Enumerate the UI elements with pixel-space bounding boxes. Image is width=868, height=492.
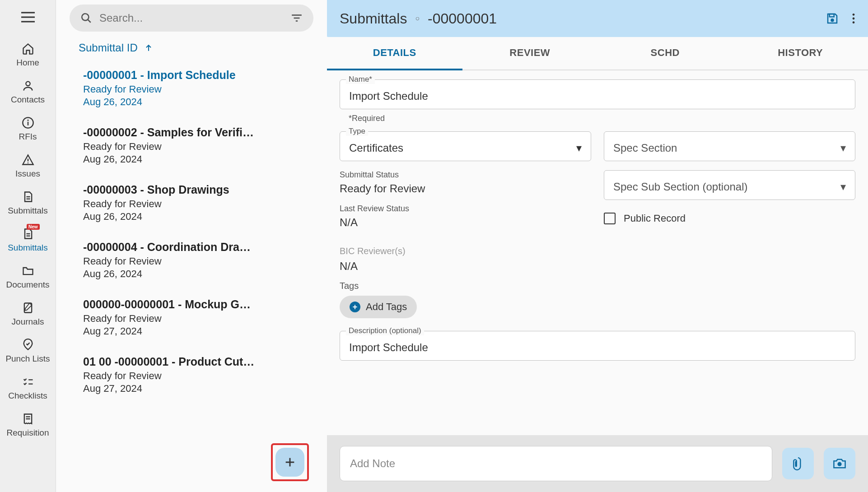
save-button[interactable] bbox=[826, 12, 839, 25]
type-select[interactable]: Certificates ▾ bbox=[340, 131, 591, 161]
search-input[interactable] bbox=[99, 12, 291, 24]
sidebar-item-submittals[interactable]: Submittals bbox=[0, 184, 56, 221]
list-item-date: Aug 27, 2024 bbox=[83, 325, 313, 337]
sidebar-item-journals[interactable]: Journals bbox=[0, 295, 56, 332]
hamburger-icon bbox=[21, 12, 35, 23]
list-item[interactable]: 000000-00000001 - Mockup G… Ready for Re… bbox=[56, 289, 327, 346]
tab-schd[interactable]: SCHD bbox=[597, 37, 733, 70]
new-badge: New bbox=[27, 224, 40, 230]
person-icon bbox=[21, 79, 35, 93]
last-review-label: Last Review Status bbox=[340, 204, 591, 214]
list-item[interactable]: -00000002 - Samples for Verifi… Ready fo… bbox=[56, 117, 327, 174]
receipt-icon bbox=[21, 412, 35, 426]
sidebar: Home Contacts RFIs Issues Submittals New… bbox=[0, 0, 56, 492]
name-field[interactable]: Import Schedule bbox=[340, 79, 855, 109]
sidebar-item-requisition[interactable]: Requisition bbox=[0, 406, 56, 443]
public-record-label: Public Record bbox=[624, 213, 686, 224]
sidebar-item-checklists[interactable]: Checklists bbox=[0, 369, 56, 406]
search-bar bbox=[70, 5, 313, 32]
list-item[interactable]: -00000003 - Shop Drawings Ready for Revi… bbox=[56, 174, 327, 232]
header-id: -00000001 bbox=[428, 10, 497, 27]
filter-icon[interactable] bbox=[291, 14, 303, 23]
more-vertical-icon bbox=[852, 13, 855, 24]
sidebar-item-rfis[interactable]: RFIs bbox=[0, 110, 56, 147]
svg-point-0 bbox=[26, 82, 30, 86]
submittal-list: -00000001 - Import Schedule Ready for Re… bbox=[56, 60, 327, 492]
detail-header: Submittals ○ -00000001 bbox=[327, 0, 868, 37]
more-menu-button[interactable] bbox=[852, 13, 855, 24]
sort-arrow-up-icon bbox=[144, 43, 153, 52]
spec-sub-placeholder: Spec Sub Section (optional) bbox=[613, 181, 748, 193]
checklist-icon bbox=[21, 375, 35, 389]
svg-point-23 bbox=[853, 18, 855, 20]
list-item-title: 01 00 -00000001 - Product Cut… bbox=[83, 355, 313, 368]
svg-point-24 bbox=[853, 21, 855, 23]
type-field-label: Type bbox=[346, 127, 368, 136]
attach-button[interactable] bbox=[782, 448, 814, 479]
list-item[interactable]: 01 00 -00000001 - Product Cut… Ready for… bbox=[56, 346, 327, 404]
list-item-date: Aug 27, 2024 bbox=[83, 383, 313, 395]
header-title: Submittals bbox=[340, 10, 407, 27]
camera-button[interactable] bbox=[824, 448, 855, 479]
hamburger-menu-button[interactable] bbox=[18, 7, 38, 27]
list-panel: Submittal ID -00000001 - Import Schedule… bbox=[56, 0, 327, 492]
folder-icon bbox=[21, 264, 35, 278]
add-tags-label: Add Tags bbox=[366, 301, 407, 313]
list-item-title: -00000004 - Coordination Dra… bbox=[83, 241, 313, 254]
sidebar-label-home: Home bbox=[16, 58, 39, 68]
list-item-date: Aug 26, 2024 bbox=[83, 96, 313, 108]
bic-value: N/A bbox=[340, 260, 855, 273]
document-new-icon: New bbox=[21, 227, 35, 241]
list-item[interactable]: -00000004 - Coordination Dra… Ready for … bbox=[56, 232, 327, 289]
list-item-status: Ready for Review bbox=[83, 198, 313, 210]
add-note-input[interactable]: Add Note bbox=[340, 446, 772, 481]
detail-panel: Submittals ○ -00000001 DETAILS REVIEW SC… bbox=[327, 0, 868, 492]
add-submittal-fab[interactable] bbox=[275, 448, 304, 477]
form-area: Name* Import Schedule *Required Type Cer… bbox=[327, 70, 868, 435]
sidebar-label-submittals-new: Submittals bbox=[8, 243, 48, 253]
checkbox-icon bbox=[604, 213, 616, 224]
chevron-down-icon: ▾ bbox=[840, 181, 846, 193]
chevron-down-icon: ▾ bbox=[840, 142, 846, 154]
svg-point-3 bbox=[27, 120, 28, 121]
list-item-status: Ready for Review bbox=[83, 84, 313, 95]
sidebar-label-documents: Documents bbox=[6, 280, 49, 290]
list-item-date: Aug 26, 2024 bbox=[83, 268, 313, 280]
public-record-checkbox-row[interactable]: Public Record bbox=[604, 213, 855, 224]
sidebar-label-requisition: Requisition bbox=[7, 428, 49, 438]
sort-control[interactable]: Submittal ID bbox=[56, 36, 327, 60]
last-review-value: N/A bbox=[340, 216, 591, 229]
bottom-bar: Add Note bbox=[327, 435, 868, 492]
tags-label: Tags bbox=[340, 281, 855, 291]
add-tags-button[interactable]: + Add Tags bbox=[340, 296, 417, 318]
plus-icon bbox=[284, 456, 296, 469]
tab-review[interactable]: REVIEW bbox=[462, 37, 598, 70]
sidebar-item-documents[interactable]: Documents bbox=[0, 258, 56, 295]
list-item-title: -00000002 - Samples for Verifi… bbox=[83, 126, 313, 139]
sidebar-item-issues[interactable]: Issues bbox=[0, 147, 56, 184]
spec-section-select[interactable]: Spec Section ▾ bbox=[604, 131, 855, 161]
list-item-status: Ready for Review bbox=[83, 313, 313, 325]
tab-details[interactable]: DETAILS bbox=[327, 37, 462, 70]
type-value: Certificates bbox=[349, 142, 403, 154]
punch-icon bbox=[21, 338, 35, 352]
sidebar-label-rfis: RFIs bbox=[19, 132, 37, 142]
list-item[interactable]: -00000001 - Import Schedule Ready for Re… bbox=[56, 60, 327, 117]
status-label: Submittal Status bbox=[340, 170, 591, 180]
svg-point-13 bbox=[82, 14, 89, 20]
status-value: Ready for Review bbox=[340, 182, 591, 195]
list-item-date: Aug 26, 2024 bbox=[83, 211, 313, 223]
journal-icon bbox=[21, 301, 35, 315]
sidebar-item-submittals-new[interactable]: New Submittals bbox=[0, 221, 56, 258]
tab-history[interactable]: HISTORY bbox=[733, 37, 868, 70]
required-note: *Required bbox=[349, 114, 855, 123]
sidebar-item-home[interactable]: Home bbox=[0, 36, 56, 73]
spec-sub-section-select[interactable]: Spec Sub Section (optional) ▾ bbox=[604, 170, 855, 200]
sidebar-item-contacts[interactable]: Contacts bbox=[0, 73, 56, 110]
list-item-title: -00000001 - Import Schedule bbox=[83, 69, 313, 82]
search-icon[interactable] bbox=[80, 12, 92, 24]
sidebar-item-punch-lists[interactable]: Punch Lists bbox=[0, 332, 56, 369]
tabs: DETAILS REVIEW SCHD HISTORY bbox=[327, 37, 868, 70]
svg-point-22 bbox=[853, 14, 855, 16]
header-separator: ○ bbox=[415, 14, 420, 23]
